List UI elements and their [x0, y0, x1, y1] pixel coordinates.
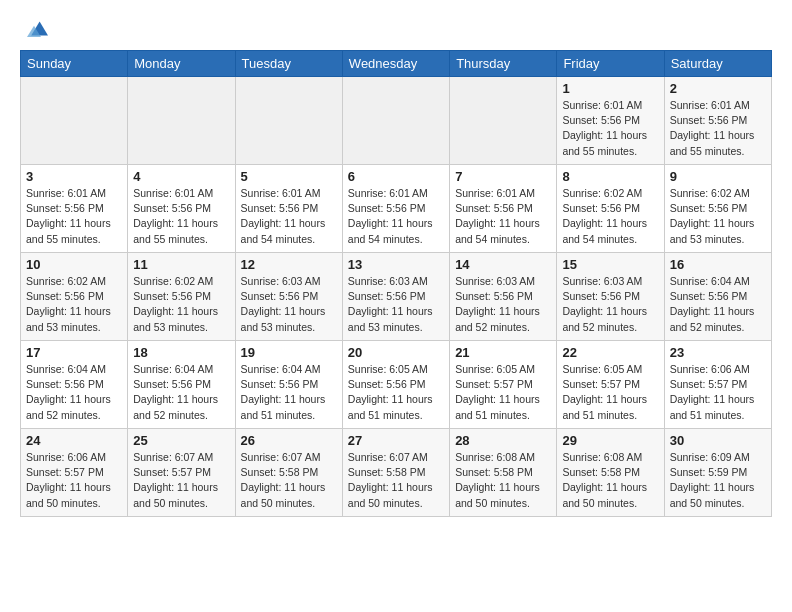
day-number: 6	[348, 169, 444, 184]
day-cell: 3Sunrise: 6:01 AM Sunset: 5:56 PM Daylig…	[21, 165, 128, 253]
day-cell: 13Sunrise: 6:03 AM Sunset: 5:56 PM Dayli…	[342, 253, 449, 341]
day-cell: 4Sunrise: 6:01 AM Sunset: 5:56 PM Daylig…	[128, 165, 235, 253]
day-cell	[450, 77, 557, 165]
day-cell: 2Sunrise: 6:01 AM Sunset: 5:56 PM Daylig…	[664, 77, 771, 165]
day-number: 8	[562, 169, 658, 184]
day-cell: 21Sunrise: 6:05 AM Sunset: 5:57 PM Dayli…	[450, 341, 557, 429]
day-info: Sunrise: 6:06 AM Sunset: 5:57 PM Dayligh…	[670, 362, 766, 423]
week-row-3: 10Sunrise: 6:02 AM Sunset: 5:56 PM Dayli…	[21, 253, 772, 341]
day-cell	[342, 77, 449, 165]
day-number: 24	[26, 433, 122, 448]
day-info: Sunrise: 6:01 AM Sunset: 5:56 PM Dayligh…	[241, 186, 337, 247]
day-info: Sunrise: 6:01 AM Sunset: 5:56 PM Dayligh…	[26, 186, 122, 247]
day-cell: 22Sunrise: 6:05 AM Sunset: 5:57 PM Dayli…	[557, 341, 664, 429]
day-number: 28	[455, 433, 551, 448]
day-info: Sunrise: 6:03 AM Sunset: 5:56 PM Dayligh…	[562, 274, 658, 335]
day-info: Sunrise: 6:01 AM Sunset: 5:56 PM Dayligh…	[562, 98, 658, 159]
day-cell: 1Sunrise: 6:01 AM Sunset: 5:56 PM Daylig…	[557, 77, 664, 165]
week-row-2: 3Sunrise: 6:01 AM Sunset: 5:56 PM Daylig…	[21, 165, 772, 253]
day-info: Sunrise: 6:04 AM Sunset: 5:56 PM Dayligh…	[241, 362, 337, 423]
logo	[20, 16, 52, 44]
day-number: 21	[455, 345, 551, 360]
day-number: 25	[133, 433, 229, 448]
day-number: 13	[348, 257, 444, 272]
week-row-1: 1Sunrise: 6:01 AM Sunset: 5:56 PM Daylig…	[21, 77, 772, 165]
day-number: 29	[562, 433, 658, 448]
day-info: Sunrise: 6:06 AM Sunset: 5:57 PM Dayligh…	[26, 450, 122, 511]
header	[20, 16, 772, 44]
day-info: Sunrise: 6:04 AM Sunset: 5:56 PM Dayligh…	[26, 362, 122, 423]
day-cell: 15Sunrise: 6:03 AM Sunset: 5:56 PM Dayli…	[557, 253, 664, 341]
day-cell: 14Sunrise: 6:03 AM Sunset: 5:56 PM Dayli…	[450, 253, 557, 341]
weekday-header-saturday: Saturday	[664, 51, 771, 77]
day-cell: 23Sunrise: 6:06 AM Sunset: 5:57 PM Dayli…	[664, 341, 771, 429]
day-info: Sunrise: 6:01 AM Sunset: 5:56 PM Dayligh…	[670, 98, 766, 159]
day-info: Sunrise: 6:02 AM Sunset: 5:56 PM Dayligh…	[562, 186, 658, 247]
day-cell: 26Sunrise: 6:07 AM Sunset: 5:58 PM Dayli…	[235, 429, 342, 517]
day-cell: 17Sunrise: 6:04 AM Sunset: 5:56 PM Dayli…	[21, 341, 128, 429]
day-cell: 5Sunrise: 6:01 AM Sunset: 5:56 PM Daylig…	[235, 165, 342, 253]
week-row-4: 17Sunrise: 6:04 AM Sunset: 5:56 PM Dayli…	[21, 341, 772, 429]
calendar: SundayMondayTuesdayWednesdayThursdayFrid…	[20, 50, 772, 517]
day-number: 4	[133, 169, 229, 184]
day-cell	[128, 77, 235, 165]
day-number: 16	[670, 257, 766, 272]
day-info: Sunrise: 6:09 AM Sunset: 5:59 PM Dayligh…	[670, 450, 766, 511]
day-info: Sunrise: 6:02 AM Sunset: 5:56 PM Dayligh…	[26, 274, 122, 335]
day-number: 20	[348, 345, 444, 360]
day-cell: 28Sunrise: 6:08 AM Sunset: 5:58 PM Dayli…	[450, 429, 557, 517]
day-info: Sunrise: 6:01 AM Sunset: 5:56 PM Dayligh…	[133, 186, 229, 247]
day-info: Sunrise: 6:07 AM Sunset: 5:58 PM Dayligh…	[241, 450, 337, 511]
day-cell: 8Sunrise: 6:02 AM Sunset: 5:56 PM Daylig…	[557, 165, 664, 253]
day-number: 2	[670, 81, 766, 96]
day-info: Sunrise: 6:05 AM Sunset: 5:57 PM Dayligh…	[455, 362, 551, 423]
day-info: Sunrise: 6:01 AM Sunset: 5:56 PM Dayligh…	[455, 186, 551, 247]
day-number: 3	[26, 169, 122, 184]
day-number: 7	[455, 169, 551, 184]
day-number: 11	[133, 257, 229, 272]
day-number: 23	[670, 345, 766, 360]
day-number: 15	[562, 257, 658, 272]
day-cell: 29Sunrise: 6:08 AM Sunset: 5:58 PM Dayli…	[557, 429, 664, 517]
day-cell: 10Sunrise: 6:02 AM Sunset: 5:56 PM Dayli…	[21, 253, 128, 341]
weekday-header-wednesday: Wednesday	[342, 51, 449, 77]
day-number: 14	[455, 257, 551, 272]
day-number: 17	[26, 345, 122, 360]
calendar-body: 1Sunrise: 6:01 AM Sunset: 5:56 PM Daylig…	[21, 77, 772, 517]
day-info: Sunrise: 6:07 AM Sunset: 5:58 PM Dayligh…	[348, 450, 444, 511]
day-cell: 30Sunrise: 6:09 AM Sunset: 5:59 PM Dayli…	[664, 429, 771, 517]
day-number: 9	[670, 169, 766, 184]
day-info: Sunrise: 6:03 AM Sunset: 5:56 PM Dayligh…	[348, 274, 444, 335]
day-info: Sunrise: 6:04 AM Sunset: 5:56 PM Dayligh…	[133, 362, 229, 423]
day-info: Sunrise: 6:03 AM Sunset: 5:56 PM Dayligh…	[241, 274, 337, 335]
day-number: 5	[241, 169, 337, 184]
weekday-header-thursday: Thursday	[450, 51, 557, 77]
day-cell: 27Sunrise: 6:07 AM Sunset: 5:58 PM Dayli…	[342, 429, 449, 517]
weekday-row: SundayMondayTuesdayWednesdayThursdayFrid…	[21, 51, 772, 77]
day-info: Sunrise: 6:01 AM Sunset: 5:56 PM Dayligh…	[348, 186, 444, 247]
day-info: Sunrise: 6:04 AM Sunset: 5:56 PM Dayligh…	[670, 274, 766, 335]
day-number: 26	[241, 433, 337, 448]
day-number: 10	[26, 257, 122, 272]
weekday-header-friday: Friday	[557, 51, 664, 77]
day-cell: 19Sunrise: 6:04 AM Sunset: 5:56 PM Dayli…	[235, 341, 342, 429]
day-cell: 16Sunrise: 6:04 AM Sunset: 5:56 PM Dayli…	[664, 253, 771, 341]
day-cell	[235, 77, 342, 165]
page: SundayMondayTuesdayWednesdayThursdayFrid…	[0, 0, 792, 612]
weekday-header-monday: Monday	[128, 51, 235, 77]
day-info: Sunrise: 6:07 AM Sunset: 5:57 PM Dayligh…	[133, 450, 229, 511]
weekday-header-tuesday: Tuesday	[235, 51, 342, 77]
day-number: 19	[241, 345, 337, 360]
day-info: Sunrise: 6:05 AM Sunset: 5:57 PM Dayligh…	[562, 362, 658, 423]
calendar-header: SundayMondayTuesdayWednesdayThursdayFrid…	[21, 51, 772, 77]
day-cell: 18Sunrise: 6:04 AM Sunset: 5:56 PM Dayli…	[128, 341, 235, 429]
day-cell: 12Sunrise: 6:03 AM Sunset: 5:56 PM Dayli…	[235, 253, 342, 341]
day-cell: 25Sunrise: 6:07 AM Sunset: 5:57 PM Dayli…	[128, 429, 235, 517]
day-info: Sunrise: 6:08 AM Sunset: 5:58 PM Dayligh…	[562, 450, 658, 511]
day-info: Sunrise: 6:05 AM Sunset: 5:56 PM Dayligh…	[348, 362, 444, 423]
day-cell: 11Sunrise: 6:02 AM Sunset: 5:56 PM Dayli…	[128, 253, 235, 341]
day-number: 12	[241, 257, 337, 272]
week-row-5: 24Sunrise: 6:06 AM Sunset: 5:57 PM Dayli…	[21, 429, 772, 517]
weekday-header-sunday: Sunday	[21, 51, 128, 77]
day-cell	[21, 77, 128, 165]
